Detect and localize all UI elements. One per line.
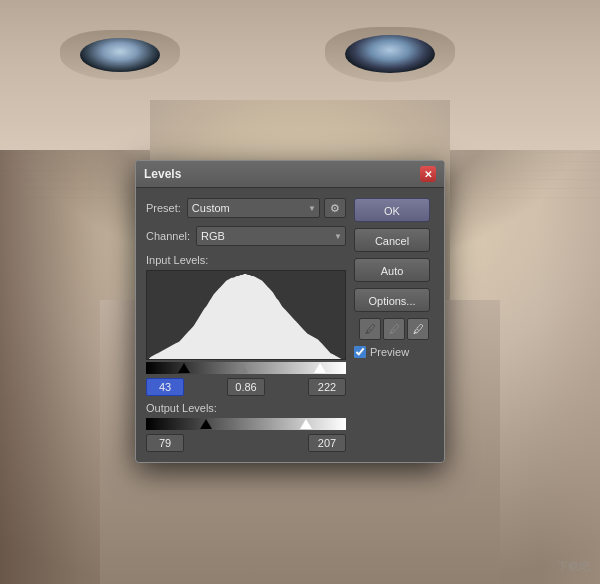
dialog-body: Preset: Custom ⚙ Channel: RGB: [136, 188, 444, 462]
output-slider-track[interactable]: [146, 418, 346, 430]
channel-label: Channel:: [146, 230, 190, 242]
preview-label: Preview: [370, 346, 409, 358]
histogram-box: [146, 270, 346, 360]
preview-checkbox[interactable]: [354, 346, 366, 358]
output-levels-section: Output Levels:: [146, 402, 346, 452]
auto-button[interactable]: Auto: [354, 258, 430, 282]
preview-row: Preview: [354, 346, 434, 358]
input-levels-label: Input Levels:: [146, 254, 346, 266]
histogram-chart: [147, 271, 345, 359]
dialog-titlebar: Levels ✕: [136, 161, 444, 188]
ok-button[interactable]: OK: [354, 198, 430, 222]
close-button[interactable]: ✕: [420, 166, 436, 182]
gear-button[interactable]: ⚙: [324, 198, 346, 218]
watermark: 下载吧: [557, 559, 590, 574]
dialog-left-panel: Preset: Custom ⚙ Channel: RGB: [146, 198, 346, 452]
output-shadow-handle[interactable]: [200, 419, 212, 429]
black-eyedropper[interactable]: 🖊: [359, 318, 381, 340]
white-eyedropper[interactable]: 🖊: [407, 318, 429, 340]
gray-eyedropper[interactable]: 🖊: [383, 318, 405, 340]
output-levels-label: Output Levels:: [146, 402, 346, 414]
channel-row: Channel: RGB: [146, 226, 346, 246]
output-slider-container: [146, 418, 346, 432]
cancel-button[interactable]: Cancel: [354, 228, 430, 252]
input-slider-track-container: [146, 362, 346, 376]
shadow-handle[interactable]: [178, 363, 190, 373]
levels-dialog: Levels ✕ Preset: Custom ⚙ Channel:: [135, 160, 445, 463]
highlight-value-input[interactable]: [308, 378, 346, 396]
input-slider-track[interactable]: [146, 362, 346, 374]
input-levels-section: Input Levels:: [146, 254, 346, 396]
output-highlight-input[interactable]: [308, 434, 346, 452]
right-eye-area: [320, 22, 460, 87]
output-values-row: [146, 434, 346, 452]
preset-row: Preset: Custom ⚙: [146, 198, 346, 218]
options-button[interactable]: Options...: [354, 288, 430, 312]
channel-select-wrapper: RGB: [196, 226, 346, 246]
channel-select[interactable]: RGB: [196, 226, 346, 246]
dialog-title: Levels: [144, 167, 181, 181]
eyedroppers-row: 🖊 🖊 🖊: [354, 318, 434, 340]
preset-select[interactable]: Custom: [187, 198, 320, 218]
output-shadow-input[interactable]: [146, 434, 184, 452]
output-highlight-handle[interactable]: [300, 419, 312, 429]
dialog-right-panel: OK Cancel Auto Options... 🖊 🖊 🖊 Preview: [354, 198, 434, 452]
highlight-handle[interactable]: [314, 363, 326, 373]
left-eye-area: [55, 25, 185, 85]
shadow-value-input[interactable]: [146, 378, 184, 396]
midtone-handle[interactable]: [236, 363, 248, 373]
midtone-value-input[interactable]: [227, 378, 265, 396]
preset-label: Preset:: [146, 202, 181, 214]
preset-select-wrapper: Custom: [187, 198, 320, 218]
input-values-row: [146, 378, 346, 396]
